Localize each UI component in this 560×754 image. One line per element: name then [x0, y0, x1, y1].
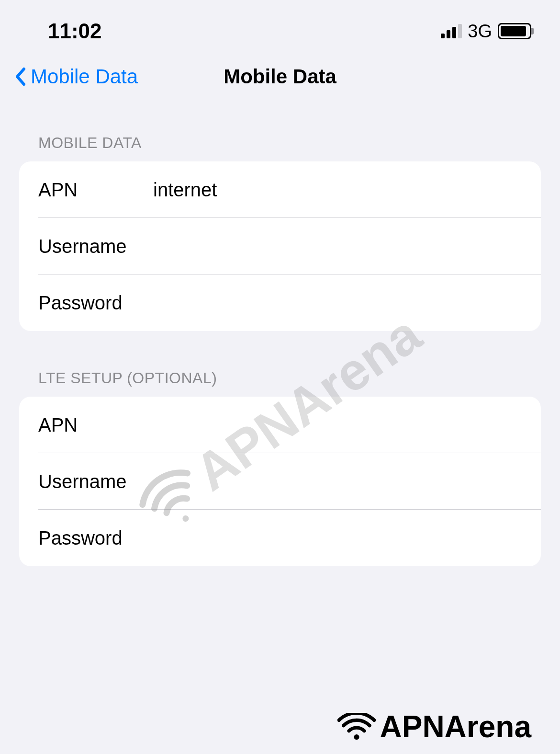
password-input[interactable]: [153, 292, 522, 314]
signal-icon: [441, 24, 462, 38]
username-label: Username: [38, 236, 153, 257]
row-username[interactable]: Username: [19, 218, 541, 274]
battery-icon: [498, 23, 531, 39]
status-indicators: 3G: [441, 21, 531, 42]
row-lte-apn[interactable]: APN: [19, 397, 541, 453]
chevron-left-icon: [14, 67, 27, 86]
nav-bar: Mobile Data Mobile Data: [0, 57, 560, 96]
status-time: 11:02: [48, 19, 102, 43]
section-header-mobile-data: MOBILE DATA: [19, 134, 541, 161]
row-lte-username[interactable]: Username: [19, 453, 541, 510]
wifi-icon: [337, 713, 376, 741]
lte-apn-input[interactable]: [153, 414, 522, 436]
username-input[interactable]: [153, 236, 522, 257]
watermark-bottom-text: APNArena: [380, 709, 531, 744]
lte-password-input[interactable]: [153, 527, 522, 549]
row-lte-password[interactable]: Password: [19, 510, 541, 566]
network-type: 3G: [468, 21, 492, 42]
section-mobile-data: APN Username Password: [19, 161, 541, 331]
lte-apn-label: APN: [38, 414, 153, 436]
apn-label: APN: [38, 179, 153, 201]
row-password[interactable]: Password: [19, 274, 541, 331]
content: MOBILE DATA APN Username Password LTE SE…: [0, 96, 560, 566]
watermark-bottom: APNArena: [337, 709, 531, 744]
lte-username-input[interactable]: [153, 471, 522, 492]
section-header-lte-setup: LTE SETUP (OPTIONAL): [19, 369, 541, 397]
back-label: Mobile Data: [31, 65, 138, 88]
back-button[interactable]: Mobile Data: [14, 65, 138, 88]
status-bar: 11:02 3G: [0, 0, 560, 57]
page-title: Mobile Data: [224, 65, 336, 88]
svg-point-0: [354, 734, 359, 740]
section-lte-setup: APN Username Password: [19, 397, 541, 566]
password-label: Password: [38, 292, 153, 314]
row-apn[interactable]: APN: [19, 161, 541, 218]
lte-password-label: Password: [38, 527, 153, 549]
lte-username-label: Username: [38, 471, 153, 492]
apn-input[interactable]: [153, 179, 522, 201]
